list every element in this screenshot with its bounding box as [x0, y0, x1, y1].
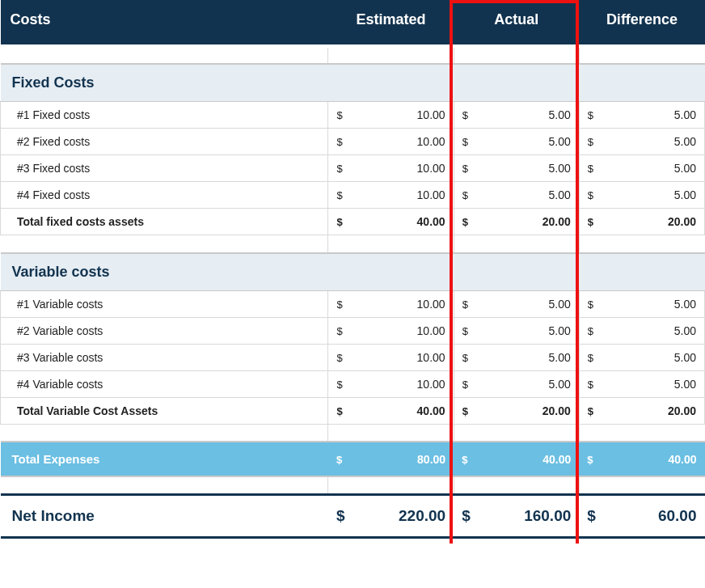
money-cell: $5.00 — [588, 135, 696, 148]
money-cell: $5.00 — [462, 324, 571, 337]
table-row: #3 Fixed costs$10.00$5.00$5.00 — [1, 155, 705, 182]
money-cell: $5.00 — [462, 162, 571, 175]
currency-symbol: $ — [588, 189, 593, 201]
currency-symbol: $ — [587, 507, 596, 525]
money-cell: $10.00 — [336, 298, 445, 311]
currency-symbol: $ — [462, 379, 468, 391]
money-cell: $5.00 — [588, 162, 696, 175]
money-cell: $10.00 — [336, 108, 445, 121]
currency-symbol: $ — [336, 216, 342, 228]
money-value: 10.00 — [417, 188, 445, 201]
currency-symbol: $ — [462, 109, 468, 121]
table-row: #2 Fixed costs$10.00$5.00$5.00 — [1, 129, 705, 155]
currency-symbol: $ — [336, 163, 342, 175]
money-cell: $5.00 — [588, 351, 696, 364]
money-value: 5.00 — [549, 298, 571, 311]
currency-symbol: $ — [462, 136, 468, 148]
row-label: #4 Variable costs — [1, 370, 328, 397]
money-value: 160.00 — [524, 507, 571, 525]
money-cell: $10.00 — [336, 351, 445, 364]
money-cell: $220.00 — [336, 507, 445, 525]
money-value: 5.00 — [674, 188, 696, 201]
money-cell: $20.00 — [588, 404, 696, 417]
money-cell: $5.00 — [462, 135, 571, 148]
currency-symbol: $ — [462, 298, 468, 311]
row-label: #2 Fixed costs — [1, 129, 328, 155]
money-value: 10.00 — [417, 324, 445, 337]
total-expenses-row: Total Expenses$80.00$40.00$40.00 — [1, 442, 705, 476]
row-label: #4 Fixed costs — [1, 182, 328, 209]
money-cell: $5.00 — [588, 324, 696, 337]
currency-symbol: $ — [336, 379, 342, 391]
money-value: 5.00 — [549, 351, 571, 364]
currency-symbol: $ — [336, 298, 342, 311]
money-cell: $5.00 — [588, 108, 696, 121]
currency-symbol: $ — [336, 454, 342, 466]
section-heading: Variable costs — [1, 253, 705, 291]
header-row: CostsEstimatedActualDifference — [1, 0, 705, 46]
currency-symbol: $ — [336, 507, 345, 525]
money-value: 20.00 — [542, 215, 571, 228]
money-cell: $5.00 — [462, 108, 571, 121]
money-value: 10.00 — [417, 378, 445, 391]
currency-symbol: $ — [462, 454, 467, 466]
blank-row — [1, 424, 705, 442]
money-value: 40.00 — [417, 215, 445, 228]
currency-symbol: $ — [336, 352, 342, 364]
money-value: 20.00 — [542, 404, 571, 417]
currency-symbol: $ — [336, 189, 342, 201]
currency-symbol: $ — [588, 163, 593, 175]
table-row: #4 Variable costs$10.00$5.00$5.00 — [1, 370, 705, 397]
money-cell: $40.00 — [587, 453, 696, 466]
money-cell: $5.00 — [588, 188, 696, 201]
row-label: #1 Fixed costs — [1, 102, 328, 129]
money-value: 5.00 — [674, 378, 696, 391]
money-value: 5.00 — [549, 108, 571, 121]
money-value: 80.00 — [417, 453, 445, 466]
money-value: 10.00 — [417, 351, 445, 364]
row-label: #2 Variable costs — [1, 317, 328, 344]
money-cell: $40.00 — [336, 404, 445, 417]
money-value: 5.00 — [549, 135, 571, 148]
row-label: #3 Variable costs — [1, 344, 328, 370]
money-value: 5.00 — [674, 135, 696, 148]
money-value: 5.00 — [549, 324, 571, 337]
blank-row — [1, 476, 705, 494]
row-label: Net Income — [1, 494, 328, 537]
table-row: #3 Variable costs$10.00$5.00$5.00 — [1, 344, 705, 370]
blank-row — [1, 46, 705, 64]
money-cell: $10.00 — [336, 135, 445, 148]
currency-symbol: $ — [587, 454, 593, 466]
currency-symbol: $ — [336, 405, 342, 417]
money-cell: $10.00 — [336, 324, 445, 337]
money-cell: $80.00 — [336, 453, 445, 466]
money-value: 5.00 — [674, 108, 696, 121]
net-income-row: Net Income$220.00$160.00$60.00 — [1, 494, 705, 537]
currency-symbol: $ — [588, 325, 593, 337]
currency-symbol: $ — [588, 216, 593, 228]
budget-table: CostsEstimatedActualDifferenceFixed Cost… — [0, 0, 705, 539]
money-value: 60.00 — [658, 507, 697, 525]
money-cell: $60.00 — [587, 507, 696, 525]
money-value: 5.00 — [549, 188, 571, 201]
currency-symbol: $ — [462, 216, 468, 228]
currency-symbol: $ — [462, 405, 468, 417]
budget-table-wrap: CostsEstimatedActualDifferenceFixed Cost… — [0, 0, 705, 544]
money-value: 20.00 — [668, 404, 696, 417]
currency-symbol: $ — [462, 189, 468, 201]
money-cell: $10.00 — [336, 378, 445, 391]
header-difference: Difference — [579, 0, 704, 46]
table-row: #1 Fixed costs$10.00$5.00$5.00 — [1, 102, 705, 129]
money-cell: $5.00 — [588, 298, 696, 311]
row-label: Total Expenses — [1, 442, 328, 476]
money-cell: $5.00 — [462, 351, 571, 364]
money-value: 5.00 — [549, 162, 571, 175]
currency-symbol: $ — [462, 352, 468, 364]
money-cell: $160.00 — [462, 507, 571, 525]
header-costs: Costs — [1, 0, 328, 46]
money-cell: $20.00 — [462, 404, 571, 417]
currency-symbol: $ — [588, 405, 593, 417]
row-label: #1 Variable costs — [1, 290, 328, 317]
section-total-row: Total fixed costs assets$40.00$20.00$20.… — [1, 209, 705, 235]
money-value: 5.00 — [549, 378, 571, 391]
